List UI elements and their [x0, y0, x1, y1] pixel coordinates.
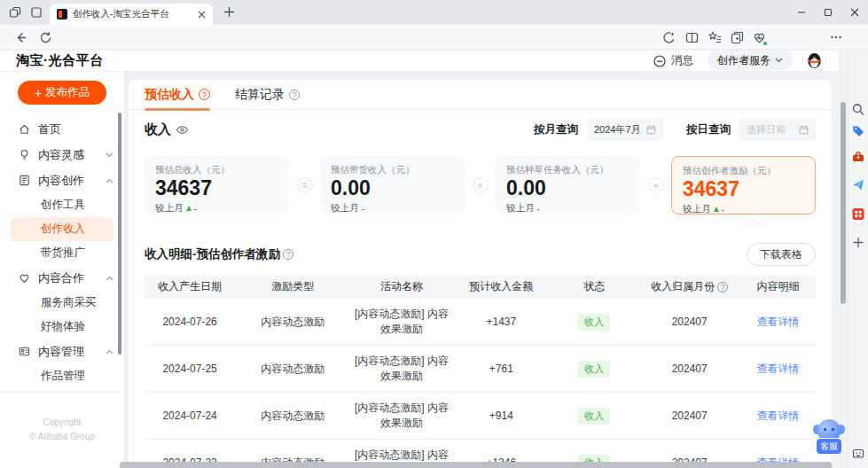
up-arrow-icon: [186, 206, 192, 211]
table-header-row: 收入产生日期 激励类型 活动名称 预计收入金额 状态 收入归属月份 内容明细: [145, 275, 816, 299]
sidebar: + 发布作品 首页 内容灵感 内容创作 创作工具 创作收入 带货推广: [0, 72, 124, 468]
stat-cards: 预估总收入（元） 34637 较上月- = 预估带货收入（元） 0.00 较上月…: [145, 156, 816, 214]
chevron-down-icon: [106, 152, 113, 158]
table-row: 2024-07-24 内容动态激励 [内容动态激励] 内容效果激励 +914 收…: [145, 393, 816, 440]
browser-tab[interactable]: 创作收入-淘宝光合平台: [50, 4, 213, 25]
more-options-icon[interactable]: [830, 31, 842, 43]
stat-card-total-income[interactable]: 预估总收入（元） 34637 较上月-: [145, 156, 289, 214]
sidebar-item-promo[interactable]: 带货推广: [0, 241, 124, 265]
chevron-down-icon: [775, 58, 783, 63]
search-icon[interactable]: [852, 103, 865, 116]
detail-title: 收入明细-预估创作者激励: [145, 246, 293, 262]
sidebar-item-creation-tools[interactable]: 创作工具: [0, 193, 124, 217]
view-detail-link[interactable]: 查看详情: [757, 409, 800, 424]
split-screen-icon[interactable]: [685, 31, 699, 44]
plus-icon: +: [35, 86, 42, 100]
eye-icon[interactable]: [176, 125, 189, 135]
sidebar-item-home[interactable]: 首页: [0, 116, 124, 142]
sidebar-item-management[interactable]: 内容管理: [0, 339, 124, 364]
favorites-icon[interactable]: [708, 31, 722, 44]
stat-card-task-income[interactable]: 预估种草任务收入（元） 0.00 较上月-: [496, 156, 640, 214]
help-icon[interactable]: [199, 89, 210, 100]
messages-button[interactable]: 消息: [653, 53, 693, 68]
browser-tabstrip: 创作收入-淘宝光合平台: [0, 0, 868, 25]
col-amount: 预计收入金额: [452, 279, 550, 294]
calendar-icon: [646, 125, 656, 135]
download-table-button[interactable]: 下载表格: [747, 243, 816, 266]
message-bubble-icon: [653, 54, 667, 68]
status-badge: 收入: [578, 408, 610, 425]
sidebar-item-creation-income[interactable]: 创作收入: [11, 217, 113, 241]
edge-sidebar-rail: [848, 50, 868, 468]
sidebar-item-works[interactable]: 作品管理: [0, 364, 124, 388]
inspiration-icon: [18, 148, 31, 161]
home-icon: [18, 122, 31, 136]
customer-service-label: 客服: [816, 438, 842, 455]
stat-card-sales-income[interactable]: 预估带货收入（元） 0.00 较上月-: [320, 156, 465, 214]
sidebar-item-procurement[interactable]: 服务商采买: [0, 291, 124, 315]
table-row: 2024-07-26 内容动态激励 [内容动态激励] 内容效果激励 +1437 …: [145, 299, 816, 346]
workspaces-icon[interactable]: [9, 6, 21, 19]
collections-icon[interactable]: [731, 31, 744, 44]
status-badge: 收入: [578, 361, 610, 378]
scrollbar-thumb[interactable]: [841, 102, 846, 304]
copilot-discover-icon[interactable]: [662, 31, 676, 44]
window-controls: [788, 0, 868, 25]
maximize-icon[interactable]: [815, 0, 841, 25]
shopping-tag-icon[interactable]: [852, 124, 865, 137]
sidebar-item-inspiration[interactable]: 内容灵感: [0, 142, 124, 168]
copyright: Copyright © Alibaba Group: [0, 416, 124, 444]
browser-window: 创作收入-淘宝光合平台 https://creator.guanghe.taob…: [0, 0, 868, 468]
toolbox-icon[interactable]: [852, 150, 865, 163]
cooperation-icon: [18, 271, 31, 285]
page-scrollbar[interactable]: [839, 50, 848, 468]
help-icon[interactable]: [283, 249, 293, 260]
view-detail-link[interactable]: 查看详情: [757, 315, 800, 330]
tab-estimated-income[interactable]: 预估收入: [145, 80, 210, 110]
horizontal-scrollbar[interactable]: [120, 462, 832, 468]
browser-toolbar: https://creator.guanghe.taobao.com/page/…: [0, 25, 868, 50]
help-icon[interactable]: [289, 90, 300, 100]
app-header: 淘宝·光合平台 消息 创作者服务: [0, 51, 848, 72]
help-icon[interactable]: [717, 282, 728, 292]
plus-operator: +: [465, 177, 496, 193]
day-picker[interactable]: 选择日期: [739, 118, 816, 141]
stat-card-creator-incentive[interactable]: 预估创作者激励（元） 34637 较上月-: [671, 156, 816, 214]
day-query-label: 按日查询: [686, 122, 731, 137]
customer-service-button[interactable]: 客服: [816, 419, 842, 455]
screenshot-icon[interactable]: [852, 447, 865, 460]
tab-actions-icon[interactable]: [30, 6, 43, 19]
new-tab-icon[interactable]: [223, 6, 235, 18]
col-status: 状态: [550, 279, 638, 294]
tab-close-icon[interactable]: [198, 11, 206, 19]
income-title: 收入: [145, 121, 189, 138]
minimize-icon[interactable]: [788, 0, 815, 25]
table-row: 2024-07-25 内容动态激励 [内容动态激励] 内容效果激励 +761 收…: [145, 346, 816, 393]
sidebar-item-experience[interactable]: 好物体验: [0, 315, 124, 339]
sidebar-menu: 首页 内容灵感 内容创作 创作工具 创作收入 带货推广 内容合作 服务商采买 好…: [0, 116, 124, 388]
sidebar-item-creation[interactable]: 内容创作: [0, 168, 124, 193]
back-icon[interactable]: [14, 31, 27, 44]
creator-service-dropdown[interactable]: 创作者服务: [708, 51, 793, 70]
view-detail-link[interactable]: 查看详情: [757, 362, 800, 377]
taobao-app-icon[interactable]: [852, 207, 865, 221]
date-query-group: 按月查询 2024年7月 按日查询 选择日期: [534, 118, 816, 141]
sidebar-item-cooperation[interactable]: 内容合作: [0, 265, 124, 291]
browser-essentials-icon[interactable]: [753, 31, 766, 44]
publish-work-button[interactable]: + 发布作品: [18, 81, 106, 105]
sidebar-scrollbar[interactable]: [118, 113, 121, 355]
refresh-icon[interactable]: [39, 31, 52, 44]
month-picker[interactable]: 2024年7月: [587, 118, 663, 141]
app-logo: 淘宝·光合平台: [16, 52, 104, 69]
send-plane-icon[interactable]: [852, 178, 865, 191]
tab-title: 创作收入-淘宝光合平台: [73, 8, 192, 20]
close-window-icon[interactable]: [841, 0, 868, 25]
detail-header: 收入明细-预估创作者激励 下载表格: [145, 242, 816, 267]
add-icon[interactable]: [853, 237, 864, 248]
equals-operator: =: [289, 177, 320, 193]
user-avatar[interactable]: [803, 49, 825, 71]
col-type: 激励类型: [235, 279, 350, 294]
status-badge: 收入: [578, 314, 610, 331]
tab-settlement-record[interactable]: 结算记录: [235, 80, 300, 110]
income-toolbar: 收入 按月查询 2024年7月 按日查询 选择日期: [145, 117, 816, 142]
